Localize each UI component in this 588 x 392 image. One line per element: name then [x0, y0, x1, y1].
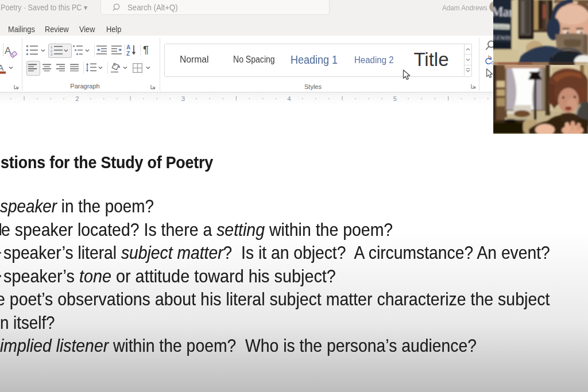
- svg-text:1: 1: [51, 45, 52, 49]
- svg-text:A: A: [0, 63, 4, 72]
- svg-text:. LEWIS: . LEWIS: [493, 34, 511, 41]
- svg-text:4: 4: [287, 95, 291, 102]
- svg-text:2: 2: [51, 49, 52, 53]
- svg-text:Z: Z: [126, 51, 130, 56]
- svg-text:2: 2: [75, 95, 79, 102]
- svg-text:3: 3: [51, 53, 52, 56]
- svg-text:A: A: [126, 44, 130, 51]
- svg-text:The Abolition: The Abolition: [493, 25, 508, 29]
- svg-text:5: 5: [393, 95, 397, 102]
- svg-text:3: 3: [181, 95, 185, 102]
